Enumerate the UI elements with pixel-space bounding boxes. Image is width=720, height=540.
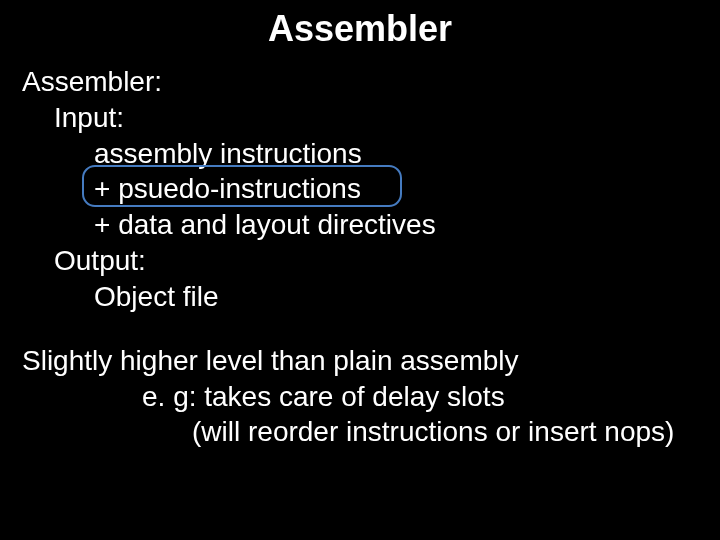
input-label: Input: bbox=[54, 100, 720, 136]
note-line-2: e. g: takes care of delay slots bbox=[142, 379, 720, 415]
slide-title: Assembler bbox=[0, 0, 720, 64]
slide-body: Assembler: Input: assembly instructions … bbox=[0, 64, 720, 450]
input-item-3: + data and layout directives bbox=[94, 207, 720, 243]
note-line-1: Slightly higher level than plain assembl… bbox=[22, 343, 720, 379]
assembler-heading: Assembler: bbox=[22, 64, 720, 100]
output-label: Output: bbox=[54, 243, 720, 279]
input-item-1: assembly instructions bbox=[94, 136, 720, 172]
input-item-2: + psuedo-instructions bbox=[94, 171, 720, 207]
output-item-1: Object file bbox=[94, 279, 720, 315]
note-line-3: (will reorder instructions or insert nop… bbox=[192, 414, 720, 450]
